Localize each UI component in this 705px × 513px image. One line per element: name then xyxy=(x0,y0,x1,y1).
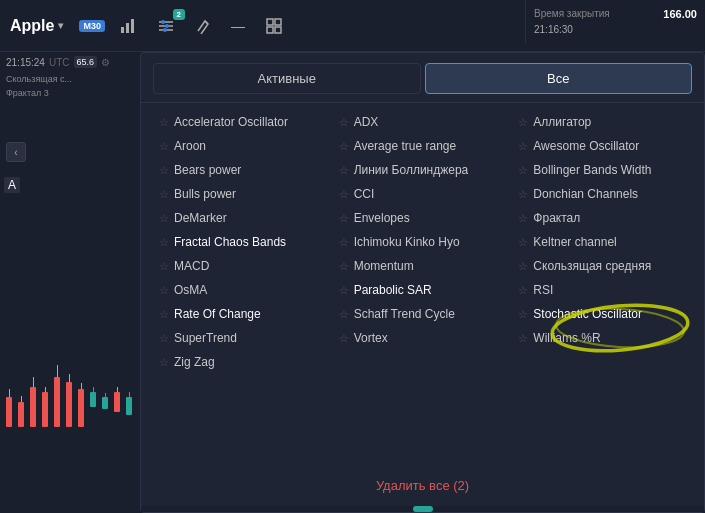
indicator-label-2: Фрактал 3 xyxy=(0,86,140,100)
utc-label: UTC xyxy=(49,57,70,68)
list-item[interactable]: ☆ Momentum xyxy=(333,255,513,277)
star-icon[interactable]: ☆ xyxy=(518,284,528,297)
star-icon[interactable]: ☆ xyxy=(518,164,528,177)
list-item[interactable]: ☆ Линии Боллинджера xyxy=(333,159,513,181)
star-icon[interactable]: ☆ xyxy=(159,236,169,249)
indicator-name: Accelerator Oscillator xyxy=(174,115,288,129)
star-icon[interactable]: ☆ xyxy=(339,116,349,129)
list-item[interactable]: ☆ MACD xyxy=(153,255,333,277)
svg-rect-10 xyxy=(275,19,281,25)
list-item[interactable]: ☆ Rate Of Change xyxy=(153,303,333,325)
star-icon[interactable]: ☆ xyxy=(518,332,528,345)
star-icon[interactable]: ☆ xyxy=(159,140,169,153)
list-item[interactable]: ☆ RSI xyxy=(512,279,692,301)
star-icon[interactable]: ☆ xyxy=(339,140,349,153)
star-icon[interactable]: ☆ xyxy=(339,236,349,249)
star-icon[interactable]: ☆ xyxy=(159,356,169,369)
list-item[interactable]: ☆ Zig Zag xyxy=(153,351,333,373)
star-icon[interactable]: ☆ xyxy=(339,212,349,225)
draw-button[interactable] xyxy=(189,14,217,38)
tab-active[interactable]: Активные xyxy=(153,63,421,94)
list-item[interactable]: ☆ ADX xyxy=(333,111,513,133)
indicator-name: Stochastic Oscillator xyxy=(533,307,642,321)
indicator-name: Donchian Channels xyxy=(533,187,638,201)
list-item[interactable]: ☆ Aroon xyxy=(153,135,333,157)
gear-icon[interactable]: ⚙ xyxy=(101,57,110,68)
star-icon[interactable]: ☆ xyxy=(159,284,169,297)
star-icon[interactable]: ☆ xyxy=(339,260,349,273)
svg-point-7 xyxy=(165,24,169,28)
list-item[interactable]: ☆ Фрактал xyxy=(512,207,692,229)
list-item[interactable]: ☆ Fractal Chaos Bands xyxy=(153,231,333,253)
star-icon[interactable]: ☆ xyxy=(518,260,528,273)
star-icon[interactable]: ☆ xyxy=(518,308,528,321)
indicator-name: Schaff Trend Cycle xyxy=(354,307,455,321)
list-item[interactable]: ☆ SuperTrend xyxy=(153,327,333,349)
list-item[interactable]: ☆ Ichimoku Kinko Hyo xyxy=(333,231,513,253)
star-icon[interactable]: ☆ xyxy=(159,164,169,177)
price-panel: Время закрытия 166.00 21:16:30 xyxy=(525,0,705,43)
svg-point-6 xyxy=(161,20,165,24)
list-item[interactable]: ☆ Accelerator Oscillator xyxy=(153,111,333,133)
list-item[interactable]: ☆ CCI xyxy=(333,183,513,205)
scrollbar-thumb[interactable] xyxy=(413,506,433,512)
list-item[interactable]: ☆ Bulls power xyxy=(153,183,333,205)
star-icon[interactable]: ☆ xyxy=(159,308,169,321)
star-icon[interactable]: ☆ xyxy=(159,332,169,345)
star-icon[interactable]: ☆ xyxy=(518,140,528,153)
app-title[interactable]: Apple ▾ xyxy=(10,17,63,35)
list-item[interactable]: ☆ Parabolic SAR xyxy=(333,279,513,301)
list-item[interactable]: ☆ Williams %R xyxy=(512,327,692,349)
star-icon[interactable]: ☆ xyxy=(339,164,349,177)
star-icon[interactable]: ☆ xyxy=(159,260,169,273)
star-icon[interactable]: ☆ xyxy=(518,236,528,249)
candle xyxy=(88,387,98,407)
star-icon[interactable]: ☆ xyxy=(159,188,169,201)
tab-all[interactable]: Все xyxy=(425,63,693,94)
indicator-name: Bollinger Bands Width xyxy=(533,163,651,177)
star-icon[interactable]: ☆ xyxy=(339,308,349,321)
star-icon[interactable]: ☆ xyxy=(518,116,528,129)
list-item[interactable]: ☆ Schaff Trend Cycle xyxy=(333,303,513,325)
list-item[interactable]: ☆ Vortex xyxy=(333,327,513,349)
star-icon[interactable]: ☆ xyxy=(339,332,349,345)
delete-all-button[interactable]: Удалить все (2) xyxy=(376,478,469,493)
list-item[interactable]: ☆ Скользящая средняя xyxy=(512,255,692,277)
indicator-name: Линии Боллинджера xyxy=(354,163,469,177)
indicator-name: DeMarker xyxy=(174,211,227,225)
star-icon[interactable]: ☆ xyxy=(159,212,169,225)
list-item[interactable]: ☆ Bollinger Bands Width xyxy=(512,159,692,181)
svg-rect-9 xyxy=(267,19,273,25)
scrollbar[interactable] xyxy=(141,506,704,512)
list-item[interactable]: ☆ Donchian Channels xyxy=(512,183,692,205)
layout-button[interactable] xyxy=(259,13,289,39)
star-icon[interactable]: ☆ xyxy=(339,284,349,297)
list-item[interactable]: ☆ OsMA xyxy=(153,279,333,301)
svg-rect-0 xyxy=(121,27,124,33)
star-icon[interactable]: ☆ xyxy=(159,116,169,129)
list-item[interactable]: ☆ Awesome Oscillator xyxy=(512,135,692,157)
chart-type-button[interactable] xyxy=(113,13,143,39)
indicator-name: Аллигатор xyxy=(533,115,591,129)
star-icon[interactable]: ☆ xyxy=(518,212,528,225)
indicator-name: Zig Zag xyxy=(174,355,215,369)
indicator-name: Bears power xyxy=(174,163,241,177)
list-item[interactable]: ☆ Envelopes xyxy=(333,207,513,229)
list-item[interactable]: ☆ Average true range xyxy=(333,135,513,157)
list-item[interactable]: ☆ Keltner channel xyxy=(512,231,692,253)
list-item[interactable]: ☆ Bears power xyxy=(153,159,333,181)
candle xyxy=(52,365,62,427)
timeframe-badge[interactable]: М30 xyxy=(79,20,105,32)
indicator-column-3: ☆ Аллигатор ☆ Awesome Oscillator ☆ Bolli… xyxy=(512,111,692,458)
indicator-name: Awesome Oscillator xyxy=(533,139,639,153)
star-icon[interactable]: ☆ xyxy=(518,188,528,201)
list-item[interactable]: ☆ Аллигатор xyxy=(512,111,692,133)
nav-back-button[interactable]: ‹ xyxy=(6,142,26,162)
candle xyxy=(76,383,86,427)
indicator-name: RSI xyxy=(533,283,553,297)
star-icon[interactable]: ☆ xyxy=(339,188,349,201)
chevron-down-icon: ▾ xyxy=(58,20,63,31)
list-item[interactable]: ☆ DeMarker xyxy=(153,207,333,229)
list-item-stochastic[interactable]: ☆ Stochastic Oscillator xyxy=(512,303,692,325)
dash-button[interactable]: — xyxy=(225,14,251,38)
